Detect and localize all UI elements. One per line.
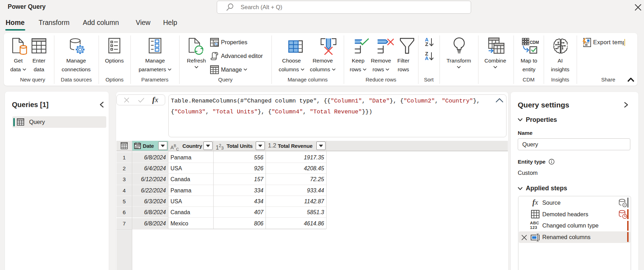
svg-text:CDM: CDM	[530, 40, 539, 45]
